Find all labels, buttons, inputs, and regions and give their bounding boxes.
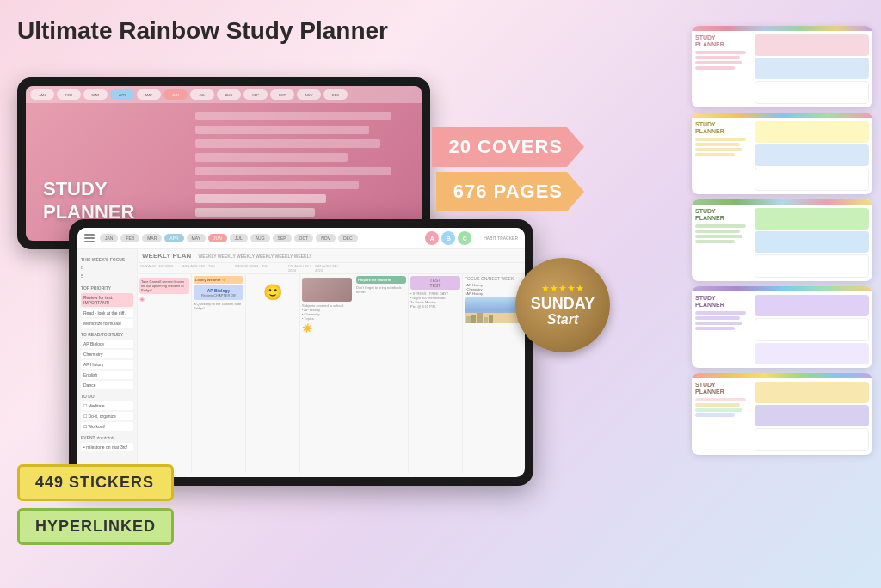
preview-card-green: STUDYPLANNER [692, 199, 872, 281]
weekly-tab: OCT [294, 234, 314, 242]
sticker-lovely-weather: Lovely Weather ☀️ [194, 276, 243, 284]
weekly-grid-body: Take Care all women known for our upcomi… [138, 274, 525, 473]
preview-block-pink-1 [755, 34, 869, 56]
hyperlinked-badge: HYPERLINKED [17, 508, 174, 545]
study-planner-text: STUDY PLANNER [43, 178, 134, 224]
weekly-tab: JUL [230, 234, 248, 242]
tablet-bottom-screen: JAN FEB MAR APR MAY JUN JUL AUG SEP OCT … [77, 228, 525, 477]
weekly-header: JAN FEB MAR APR MAY JUN JUL AUG SEP OCT … [77, 228, 525, 249]
tablet-bottom-mockup: JAN FEB MAR APR MAY JUN JUL AUG SEP OCT … [69, 219, 533, 486]
preview-content-pink: STUDYPLANNER [692, 31, 872, 107]
sunday-start-badge: ★★★★★ SUNDAY Start [515, 258, 610, 352]
study-item-chem: Chemistry [81, 350, 133, 358]
preview-block-pink-3 [755, 81, 869, 104]
col-sun: Take Care all women known for our upcomi… [138, 274, 192, 473]
preview-label-rainbow: STUDYPLANNER [695, 382, 751, 395]
preview-block-rainbow-3 [755, 428, 869, 451]
preview-content-green: STUDYPLANNER [692, 205, 872, 281]
col-mon: Lovely Weather ☀️ AP Biology Review CHAP… [192, 274, 246, 473]
sidebar-section-focus: THIS WEEK'S FOCUS [81, 257, 133, 262]
preview-card-rainbow: STUDYPLANNER [692, 373, 872, 455]
weekly-tab: FEB [120, 234, 139, 242]
badge-start-text: Start [547, 312, 578, 328]
todo-item-1: ☐ Meditate [81, 401, 133, 410]
smiley-tue: 🙂 [248, 283, 298, 302]
sidebar-focus-text: 6 [81, 265, 133, 270]
preview-label-green: STUDYPLANNER [695, 208, 751, 221]
col-thu: Prepare for midterm Don't forget to brin… [354, 274, 409, 473]
sticky-sun-1: Take Care all women known for our upcomi… [139, 278, 189, 294]
preview-lines-yellow [695, 138, 751, 191]
preview-label-yellow: STUDYPLANNER [695, 121, 751, 134]
tab-pill: JUN [163, 89, 188, 100]
tab-pill: MAY [137, 89, 161, 100]
hamburger-icon [84, 234, 95, 242]
city-illustration [465, 297, 523, 323]
sidebar-focus-number: 5 [81, 273, 133, 279]
weekly-tab: JUN [208, 234, 227, 242]
study-item-dance: Dance [81, 381, 133, 389]
preview-lines-purple [695, 311, 751, 364]
weekly-tab-active: APR [164, 234, 183, 242]
preview-card-purple: STUDYPLANNER [692, 286, 872, 368]
weekly-tabs: JAN FEB MAR APR MAY JUN JUL AUG SEP OCT … [100, 234, 358, 242]
sticker-prepare: Prepare for midterm [356, 276, 406, 284]
preview-block-yellow-1 [755, 121, 869, 143]
weekly-tab: MAR [142, 234, 162, 242]
col-wed: Subjects covered in school: • AP History… [300, 274, 354, 473]
weekly-plan-title: WEEKLY PLAN WEEKLY WEEKLY WEEKLY WEEKLY … [138, 249, 525, 263]
preview-content-rainbow: STUDYPLANNER [692, 378, 872, 455]
preview-label-pink: STUDYPLANNER [695, 34, 751, 47]
ribbon-covers-label: 20 COVERS [432, 127, 585, 167]
bottom-badges-container: 449 STICKERS HYPERLINKED [17, 464, 174, 545]
tab-pill: OCT [270, 89, 294, 100]
preview-right-purple [755, 295, 869, 364]
preview-block-green-3 [755, 254, 869, 278]
tab-pill: FEB [57, 89, 81, 100]
tab-bar-top: JAN FEB MAR APR MAY JUN JUL AUG SEP OCT … [26, 86, 422, 103]
preview-block-pink-2 [755, 58, 869, 79]
right-previews: STUDYPLANNER [692, 26, 872, 455]
wed-note: Subjects covered in school: • AP History… [302, 303, 352, 321]
emoji-b: B [441, 231, 455, 245]
stickers-badge: 449 STICKERS [17, 464, 174, 501]
weekly-tab: MAY [187, 234, 206, 242]
preview-right-yellow [755, 121, 869, 191]
weekly-tab: DEC [338, 234, 358, 242]
tablet-top-screen: JAN FEB MAR APR MAY JUN JUL AUG SEP OCT … [26, 86, 422, 241]
thu-note: Don't forget to bring notebook home! [356, 285, 406, 294]
weekly-tab: JAN [100, 234, 118, 242]
tab-pill: AUG [217, 89, 241, 100]
sat-focus-label: FOCUS ON/NEXT WEEK [465, 276, 523, 281]
ribbon-20covers: 20 COVERS [432, 127, 585, 167]
preview-block-purple-2 [755, 318, 869, 341]
priority-item-3: Memorize formulas! [81, 319, 133, 328]
main-container: Ultimate Rainbow Study Planner JAN FEB M… [0, 0, 881, 588]
mon-note: A Quick trip to the Garden Side Bridge! [194, 302, 243, 310]
tab-pill-active: APR [110, 89, 134, 100]
badge-stars: ★★★★★ [541, 283, 584, 294]
preview-block-purple-3 [755, 343, 869, 364]
preview-block-yellow-3 [755, 168, 869, 191]
preview-label-purple: STUDYPLANNER [695, 295, 751, 308]
sat-note: • AP History • Chemistry • AP History [465, 283, 523, 296]
preview-left-pink: STUDYPLANNER [695, 34, 751, 104]
weekly-main: WEEKLY PLAN WEEKLY WEEKLY WEEKLY WEEKLY … [138, 249, 525, 473]
weekly-tab: SEP [273, 234, 292, 242]
ribbon-676pages: 676 PAGES [436, 172, 584, 211]
study-item-ap-bio: AP Biology [81, 340, 133, 348]
preview-block-rainbow-1 [755, 382, 869, 403]
preview-card-yellow: STUDYPLANNER [692, 113, 872, 194]
tab-pill: SEP [243, 89, 268, 100]
sticker-ap-biology: AP Biology Review CHAPTER 09! [194, 285, 243, 300]
preview-left-rainbow: STUDYPLANNER [695, 382, 751, 451]
fri-note: • STRESS - FREE DAY!! • Night out with f… [410, 291, 460, 309]
date-row: SUN AUG / 18 / 2024 MON AUG / 19 TUE WED… [138, 263, 525, 274]
weekly-tab: AUG [250, 234, 270, 242]
preview-content-purple: STUDYPLANNER [692, 291, 872, 368]
tab-pill: JUL [190, 89, 214, 100]
photo-wed [302, 278, 352, 302]
emoji-c: C [458, 231, 471, 245]
priority-item-2: Read - look at the diff. [81, 309, 133, 317]
test-sticker: TESTTEST [410, 276, 460, 290]
